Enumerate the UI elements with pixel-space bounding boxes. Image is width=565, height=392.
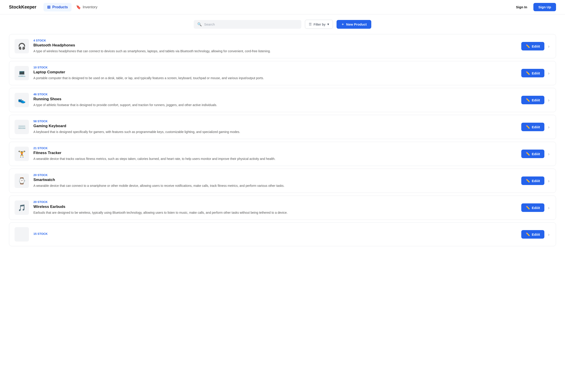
- new-product-label: New Product: [346, 22, 367, 26]
- edit-label: Ediiit: [532, 71, 540, 75]
- product-description: A type of athletic footwear that is desi…: [33, 103, 517, 107]
- product-icon: ⌨️: [14, 120, 29, 134]
- new-product-button[interactable]: ＋ New Product: [337, 20, 371, 29]
- edit-label: Ediiit: [532, 233, 540, 236]
- navbar-right: Sign In Sign Up: [513, 3, 556, 11]
- product-name: Bluetooth Headphones: [33, 43, 517, 48]
- product-description: A keyboard that is designed specifically…: [33, 130, 517, 134]
- product-actions: ✏️ Ediiit ›: [521, 42, 551, 50]
- edit-icon: ✏️: [526, 125, 530, 129]
- edit-icon: ✏️: [526, 232, 530, 236]
- sign-in-button[interactable]: Sign In: [513, 3, 530, 11]
- filter-button[interactable]: ☰ Filter by ▾: [305, 20, 333, 29]
- edit-label: Ediiit: [532, 125, 540, 129]
- product-item: ⌨️ 58 STOCK Gaming Keyboard A keyboard t…: [9, 115, 556, 139]
- product-name: Laptop Computer: [33, 70, 517, 74]
- product-content: 10 STOCK Laptop Computer A portable comp…: [33, 66, 517, 81]
- product-description: A wearable device that tracks various fi…: [33, 156, 517, 161]
- edit-label: Ediiit: [532, 179, 540, 183]
- product-actions: ✏️ Ediiit ›: [521, 69, 551, 77]
- nav-item-products-label: Products: [52, 5, 68, 9]
- stock-label: 15 STOCK: [33, 232, 517, 236]
- sign-up-button[interactable]: Sign Up: [533, 3, 556, 11]
- edit-label: Ediiit: [532, 98, 540, 102]
- edit-label: Ediiit: [532, 206, 540, 210]
- nav-item-inventory[interactable]: 🔖 Inventory: [72, 3, 101, 12]
- product-item: 👟 46 STOCK Running Shoes A type of athle…: [9, 88, 556, 112]
- stock-label: 21 STOCK: [33, 146, 517, 150]
- product-description: A wearable device that can connect to a …: [33, 183, 517, 188]
- toolbar: 🔍 ☰ Filter by ▾ ＋ New Product: [0, 14, 565, 34]
- search-input[interactable]: [204, 22, 298, 26]
- search-wrapper: 🔍: [194, 20, 301, 29]
- edit-button[interactable]: ✏️ Ediiit: [521, 42, 545, 50]
- expand-button[interactable]: ›: [547, 97, 551, 104]
- stock-label: 10 STOCK: [33, 66, 517, 69]
- edit-icon: ✏️: [526, 179, 530, 183]
- product-actions: ✏️ Ediiit ›: [521, 150, 551, 158]
- edit-button[interactable]: ✏️ Ediiit: [521, 150, 545, 158]
- edit-button[interactable]: ✏️ Ediiit: [521, 96, 545, 104]
- product-item: 🏋️ 21 STOCK Fitness Tracker A wearable d…: [9, 142, 556, 166]
- nav-item-inventory-label: Inventory: [83, 5, 97, 9]
- product-name: Fitness Tracker: [33, 151, 517, 155]
- stock-label: 46 STOCK: [33, 93, 517, 96]
- product-description: A portable computer that is designed to …: [33, 76, 517, 81]
- product-item: 🎵 20 STOCK Wireless Earbuds Earbuds that…: [9, 196, 556, 220]
- product-actions: ✏️ Ediiit ›: [521, 230, 551, 238]
- edit-button[interactable]: ✏️ Ediiit: [521, 230, 545, 238]
- product-content: 21 STOCK Fitness Tracker A wearable devi…: [33, 146, 517, 161]
- product-icon: 🎧: [14, 39, 29, 53]
- search-icon: 🔍: [197, 22, 202, 27]
- expand-button[interactable]: ›: [547, 151, 551, 157]
- product-actions: ✏️ Ediiit ›: [521, 177, 551, 185]
- product-icon: ⌚: [14, 174, 29, 188]
- chevron-down-icon: ▾: [327, 22, 329, 26]
- expand-button[interactable]: ›: [547, 204, 551, 211]
- plus-icon: ＋: [341, 22, 345, 27]
- expand-button[interactable]: ›: [547, 43, 551, 50]
- product-item: 💻 10 STOCK Laptop Computer A portable co…: [9, 61, 556, 85]
- expand-button[interactable]: ›: [547, 124, 551, 130]
- product-name: Running Shoes: [33, 97, 517, 101]
- filter-label: Filter by: [314, 22, 325, 26]
- product-icon: 🎵: [14, 200, 29, 215]
- expand-button[interactable]: ›: [547, 231, 551, 238]
- edit-button[interactable]: ✏️ Ediiit: [521, 69, 545, 77]
- product-name: Gaming Keyboard: [33, 124, 517, 128]
- product-content: 20 STOCK Smartwatch A wearable device th…: [33, 173, 517, 188]
- product-content: 15 STOCK: [33, 232, 517, 237]
- product-description: A type of wireless headphones that can c…: [33, 49, 517, 54]
- edit-button[interactable]: ✏️ Ediiit: [521, 177, 545, 185]
- nav-item-products[interactable]: ⊞ Products: [43, 3, 71, 12]
- stock-label: 58 STOCK: [33, 120, 517, 123]
- product-content: 4 STOCK Bluetooth Headphones A type of w…: [33, 39, 517, 54]
- edit-icon: ✏️: [526, 71, 530, 75]
- expand-button[interactable]: ›: [547, 70, 551, 77]
- product-icon: [14, 227, 29, 241]
- filter-icon: ☰: [309, 22, 312, 26]
- product-item: 15 STOCK ✏️ Ediiit ›: [9, 223, 556, 246]
- product-icon: 💻: [14, 66, 29, 80]
- expand-button[interactable]: ›: [547, 177, 551, 184]
- products-icon: ⊞: [47, 5, 50, 10]
- product-icon: 🏋️: [14, 147, 29, 161]
- product-content: 20 STOCK Wireless Earbuds Earbuds that a…: [33, 200, 517, 215]
- edit-button[interactable]: ✏️ Ediiit: [521, 123, 545, 131]
- stock-label: 20 STOCK: [33, 173, 517, 177]
- product-list: 🎧 4 STOCK Bluetooth Headphones A type of…: [0, 34, 565, 258]
- edit-button[interactable]: ✏️ Ediiit: [521, 203, 545, 212]
- edit-icon: ✏️: [526, 152, 530, 156]
- navbar-left: StockKeeper ⊞ Products 🔖 Inventory: [9, 3, 101, 12]
- edit-label: Ediiit: [532, 152, 540, 156]
- nav-links: ⊞ Products 🔖 Inventory: [43, 3, 101, 12]
- inventory-icon: 🔖: [76, 5, 81, 10]
- product-actions: ✏️ Ediiit ›: [521, 96, 551, 104]
- edit-label: Ediiit: [532, 44, 540, 48]
- product-item: 🎧 4 STOCK Bluetooth Headphones A type of…: [9, 34, 556, 58]
- stock-label: 20 STOCK: [33, 200, 517, 204]
- edit-icon: ✏️: [526, 44, 530, 48]
- brand-logo: StockKeeper: [9, 4, 36, 10]
- product-content: 46 STOCK Running Shoes A type of athleti…: [33, 93, 517, 107]
- product-content: 58 STOCK Gaming Keyboard A keyboard that…: [33, 120, 517, 134]
